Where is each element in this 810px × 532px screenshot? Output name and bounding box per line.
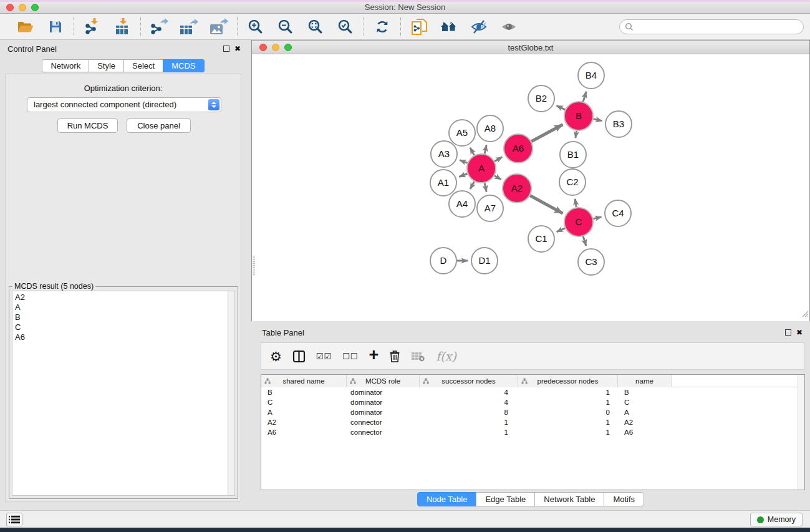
tab-mcds[interactable]: MCDS [163, 59, 204, 72]
graph-edge-A-A4[interactable] [470, 181, 475, 189]
hide-panels-icon[interactable] [469, 17, 489, 37]
graph-node-C3[interactable]: C3 [578, 249, 604, 275]
table-cell[interactable]: A6 [261, 427, 347, 437]
tab-network[interactable]: Network [42, 59, 89, 72]
table-row[interactable]: Cdominator41C [261, 397, 804, 407]
result-item[interactable]: A [15, 302, 228, 312]
table-row[interactable]: A6connector11A6 [261, 427, 804, 437]
graph-node-A2[interactable]: A2 [503, 174, 531, 203]
graph-node-D1[interactable]: D1 [471, 248, 498, 274]
mcds-result-list[interactable]: A2ABCA6 [12, 291, 228, 496]
table-cell[interactable]: 1 [420, 427, 518, 437]
close-panel-button[interactable]: Close panel [127, 118, 191, 133]
graph-node-A4[interactable]: A4 [449, 191, 475, 217]
graph-edge-A6-B[interactable] [531, 125, 562, 142]
table-cell[interactable]: 0 [518, 407, 618, 417]
graph-edge-A-A3[interactable] [460, 160, 467, 163]
graph-edge-A2-C[interactable] [530, 196, 562, 214]
resize-grip-icon[interactable] [800, 309, 809, 320]
column-header-predecessor-nodes[interactable]: predecessor nodes [518, 375, 618, 387]
delete-table-icon[interactable] [411, 351, 425, 362]
graph-node-B2[interactable]: B2 [528, 85, 554, 112]
zoom-out-icon[interactable] [276, 17, 296, 37]
table-cell[interactable]: 1 [518, 417, 618, 427]
import-table-icon[interactable] [112, 17, 132, 37]
table-panel-float-icon[interactable] [785, 329, 791, 336]
show-columns-icon[interactable] [292, 350, 306, 363]
graph-edge-A-A7[interactable] [485, 183, 486, 191]
table-settings-icon[interactable]: ⚙ [270, 350, 282, 363]
graph-edge-C-C2[interactable] [575, 199, 576, 208]
result-item[interactable]: A2 [15, 293, 228, 302]
criterion-select[interactable]: largest connected component (directed) [27, 97, 221, 112]
task-history-button[interactable] [6, 513, 22, 526]
function-builder-icon[interactable]: f(x) [436, 349, 456, 363]
zoom-in-icon[interactable] [246, 17, 266, 37]
graph-node-C2[interactable]: C2 [559, 169, 586, 195]
graph-node-A3[interactable]: A3 [431, 141, 457, 167]
export-table-icon[interactable] [179, 17, 199, 37]
zoom-selected-icon[interactable] [335, 17, 355, 37]
select-all-columns-icon[interactable]: ☑☑ [316, 352, 332, 361]
column-header-name[interactable]: name [618, 375, 672, 387]
graph-node-A8[interactable]: A8 [477, 115, 503, 142]
delete-columns-icon[interactable] [389, 349, 400, 363]
graph-node-C[interactable]: C [564, 208, 593, 236]
control-panel-float-icon[interactable] [223, 46, 229, 52]
graph-edge-B-B4[interactable] [583, 92, 586, 102]
table-cell[interactable]: connector [347, 417, 420, 427]
table-row[interactable]: A2connector11A2 [261, 417, 804, 427]
graph-edge-B-B3[interactable] [594, 119, 602, 121]
table-cell[interactable]: 1 [518, 387, 618, 397]
table-cell[interactable]: dominator [347, 397, 420, 407]
graph-node-A6[interactable]: A6 [504, 134, 533, 163]
run-mcds-button[interactable]: Run MCDS [57, 118, 118, 133]
graph-node-A7[interactable]: A7 [477, 195, 503, 221]
search-input[interactable] [637, 22, 798, 31]
open-session-icon[interactable] [16, 17, 36, 37]
panel-divider-grip[interactable] [253, 256, 255, 276]
table-cell[interactable]: 1 [518, 397, 618, 407]
graph-node-C4[interactable]: C4 [605, 200, 631, 226]
graph-node-A5[interactable]: A5 [449, 120, 475, 146]
table-cell[interactable]: 1 [518, 427, 618, 437]
graph-edge-A-A1[interactable] [459, 174, 467, 177]
graph-edge-A-A8[interactable] [485, 145, 486, 153]
table-cell[interactable]: connector [347, 427, 420, 437]
search-box[interactable] [619, 19, 804, 34]
show-panels-icon[interactable] [499, 17, 519, 37]
table-cell[interactable]: A2 [618, 417, 672, 427]
graph-node-D[interactable]: D [430, 248, 456, 274]
unselect-all-columns-icon[interactable]: ☐☐ [342, 352, 358, 361]
table-cell[interactable]: B [618, 387, 672, 397]
column-header-successor-nodes[interactable]: successor nodes [420, 375, 518, 387]
graph-edge-B-B2[interactable] [557, 105, 566, 110]
table-row[interactable]: Bdominator41B [261, 387, 804, 397]
table-cell[interactable]: A2 [261, 417, 347, 427]
table-cell[interactable]: A6 [618, 427, 672, 437]
table-cell[interactable]: B [261, 387, 347, 397]
graph-node-A1[interactable]: A1 [430, 170, 456, 196]
graph-edge-C-C4[interactable] [593, 217, 601, 219]
table-row[interactable]: Adominator80A [261, 407, 804, 417]
graph-node-B[interactable]: B [564, 102, 593, 130]
export-network-icon[interactable] [149, 17, 169, 37]
export-image-icon[interactable] [209, 17, 229, 37]
graph-edge-A-A5[interactable] [470, 148, 475, 155]
table-cell[interactable]: A [261, 407, 347, 417]
tab-node-table[interactable]: Node Table [417, 492, 477, 506]
table-cell[interactable]: A [618, 407, 672, 417]
tab-motifs[interactable]: Motifs [604, 492, 644, 506]
clone-network-icon[interactable] [409, 17, 429, 37]
table-scrollbar[interactable] [798, 375, 804, 490]
network-canvas[interactable]: B4B2BB3A8A5A6A3B1AC2A1A2A4A7C4CC1DD1C3 [252, 54, 809, 321]
save-session-icon[interactable] [46, 17, 65, 37]
import-network-icon[interactable] [82, 17, 102, 37]
graph-node-B1[interactable]: B1 [560, 142, 586, 168]
control-panel-close-icon[interactable]: ✖ [234, 44, 241, 53]
network-window-titlebar[interactable]: testGlobe.txt [252, 41, 809, 54]
column-header-mcds-role[interactable]: MCDS role [347, 375, 420, 387]
tab-select[interactable]: Select [123, 59, 163, 72]
tab-style[interactable]: Style [89, 59, 124, 72]
tab-network-table[interactable]: Network Table [534, 492, 604, 506]
